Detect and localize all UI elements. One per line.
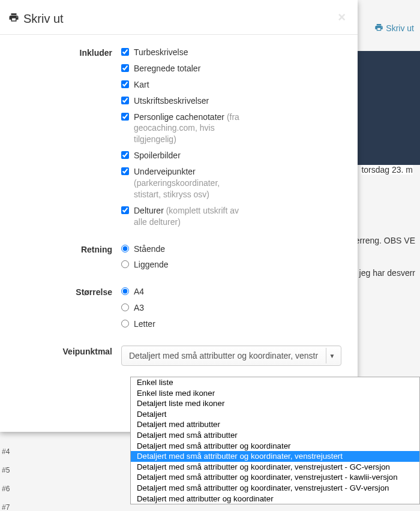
print-link[interactable]: Skriv ut <box>374 23 414 34</box>
modal-header: Skriv ut × <box>0 0 358 35</box>
include-item-hint: (parkeringskoordinater, stistart, stikry… <box>134 178 220 199</box>
orientation-item-label[interactable]: Stående <box>134 244 165 255</box>
modal-body: Inkluder TurbeskrivelseBeregnede totaler… <box>0 35 358 380</box>
dropdown-option[interactable]: Detaljert liste med ikoner <box>131 398 419 409</box>
include-item-label[interactable]: Spoilerbilder <box>134 150 181 161</box>
include-item-label[interactable]: Delturer (komplett utskrift av alle delt… <box>134 205 248 228</box>
bg-row-4: #4 <box>2 447 10 456</box>
size-item: A3 <box>121 302 349 314</box>
include-checkbox[interactable] <box>121 151 129 159</box>
size-controls: A4A3Letter <box>121 286 349 335</box>
orientation-controls: StåendeLiggende <box>121 244 349 276</box>
dropdown-option[interactable]: Detaljert med attributter og koordinater <box>131 494 419 504</box>
include-item: Spoilerbilder <box>121 150 349 161</box>
dropdown-option[interactable]: Detaljert <box>131 409 419 420</box>
include-item: Underveipunkter (parkeringskoordinater, … <box>121 166 349 200</box>
include-item: Utskriftsbeskrivelser <box>121 95 349 107</box>
size-row: Størrelse A4A3Letter <box>9 286 349 335</box>
template-label: Veipunktmal <box>9 345 121 356</box>
include-checkbox[interactable] <box>121 80 129 88</box>
include-item-label[interactable]: Beregnede totaler <box>134 63 200 74</box>
include-item-label[interactable]: Turbeskrivelse <box>134 47 188 58</box>
template-row: Veipunktmal Detaljert med små attributte… <box>9 345 349 366</box>
template-select[interactable]: Detaljert med små attributter og koordin… <box>121 345 341 366</box>
chevron-down-icon: ▼ <box>326 348 338 363</box>
size-radio[interactable] <box>121 320 129 327</box>
print-icon <box>8 12 19 26</box>
include-item: Turbeskrivelse <box>121 47 349 58</box>
include-checkbox[interactable] <box>121 167 129 175</box>
include-item-label[interactable]: Kart <box>134 79 149 91</box>
size-radio[interactable] <box>121 303 129 311</box>
dropdown-option[interactable]: Detaljert med små attributter <box>131 430 419 441</box>
dropdown-option[interactable]: Detaljert med små attributter og koordin… <box>131 451 419 462</box>
orientation-row: Retning StåendeLiggende <box>9 244 349 276</box>
close-button[interactable]: × <box>338 11 346 24</box>
bg-row-5: #5 <box>2 466 10 474</box>
orientation-radio[interactable] <box>121 260 129 268</box>
bg-text-1: terreng. OBS VE <box>353 236 415 245</box>
print-modal: Skriv ut × Inkluder TurbeskrivelseBeregn… <box>0 0 358 432</box>
orientation-label: Retning <box>9 244 121 254</box>
orientation-item: Stående <box>121 244 349 255</box>
dropdown-option[interactable]: Detaljert med små attributter og koordin… <box>131 462 419 473</box>
include-item-label[interactable]: Personlige cachenotater (fra geocaching.… <box>134 112 248 146</box>
print-link-label: Skriv ut <box>386 23 414 33</box>
include-controls: TurbeskrivelseBeregnede totalerKartUtskr… <box>121 47 349 233</box>
include-checkbox[interactable] <box>121 64 129 72</box>
template-dropdown[interactable]: Enkel listeEnkel liste med ikonerDetalje… <box>130 377 420 504</box>
size-item-label[interactable]: Letter <box>134 318 155 330</box>
include-row: Inkluder TurbeskrivelseBeregnede totaler… <box>9 47 349 233</box>
modal-title-text: Skriv ut <box>23 12 64 26</box>
bg-date: torsdag 23. m <box>361 165 413 175</box>
bg-row-7: #7 <box>2 503 10 511</box>
size-radio[interactable] <box>121 287 129 295</box>
include-item: Delturer (komplett utskrift av alle delt… <box>121 205 349 228</box>
include-checkbox[interactable] <box>121 113 129 121</box>
include-checkbox[interactable] <box>121 206 129 214</box>
dropdown-option[interactable]: Detaljert med små attributter og koordin… <box>131 472 419 483</box>
print-icon <box>374 23 383 34</box>
size-item-label[interactable]: A4 <box>134 286 144 297</box>
include-item: Personlige cachenotater (fra geocaching.… <box>121 112 349 146</box>
size-item: Letter <box>121 318 349 330</box>
size-item-label[interactable]: A3 <box>134 302 144 314</box>
dropdown-option[interactable]: Enkel liste med ikoner <box>131 388 419 399</box>
dropdown-option[interactable]: Detaljert med attributter <box>131 419 419 430</box>
orientation-item-label[interactable]: Liggende <box>134 259 169 270</box>
size-label: Størrelse <box>9 286 121 297</box>
template-controls: Detaljert med små attributter og koordin… <box>121 345 349 366</box>
bg-text-2: , jeg har desverr <box>355 268 415 278</box>
dropdown-option[interactable]: Detaljert med små attributter og koordin… <box>131 441 419 452</box>
orientation-radio[interactable] <box>121 245 129 253</box>
bg-row-6: #6 <box>2 485 10 493</box>
dropdown-option[interactable]: Enkel liste <box>131 377 419 388</box>
template-select-wrap: Detaljert med små attributter og koordin… <box>121 345 341 366</box>
dropdown-option[interactable]: Detaljert med små attributter og koordin… <box>131 483 419 494</box>
size-item: A4 <box>121 286 349 297</box>
include-label: Inkluder <box>9 47 121 58</box>
include-item: Kart <box>121 79 349 91</box>
orientation-item: Liggende <box>121 259 349 270</box>
template-selected-text: Detaljert med små attributter og koordin… <box>129 351 318 360</box>
include-item: Beregnede totaler <box>121 63 349 74</box>
include-item-label[interactable]: Utskriftsbeskrivelser <box>134 95 209 107</box>
include-checkbox[interactable] <box>121 48 129 56</box>
include-item-label[interactable]: Underveipunkter (parkeringskoordinater, … <box>134 166 248 200</box>
include-checkbox[interactable] <box>121 97 129 104</box>
modal-title: Skriv ut <box>8 12 64 26</box>
